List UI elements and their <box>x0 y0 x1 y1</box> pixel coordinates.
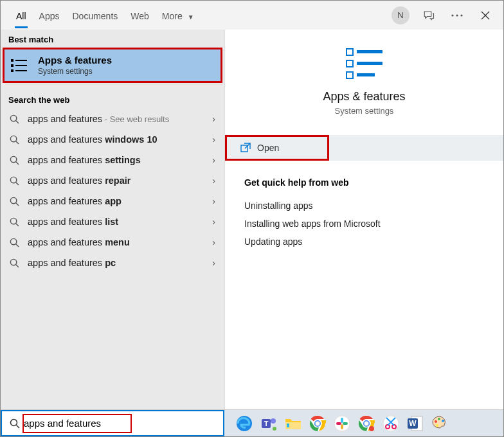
taskbar: T W <box>224 410 503 436</box>
svg-point-2 <box>460 14 462 16</box>
svg-point-21 <box>10 218 16 224</box>
tab-apps[interactable]: Apps <box>33 3 66 28</box>
svg-text:W: W <box>409 419 417 428</box>
svg-line-18 <box>16 182 19 184</box>
svg-point-54 <box>369 426 374 431</box>
svg-point-15 <box>10 156 16 162</box>
web-result-label: apps and features settings <box>28 155 204 165</box>
open-label: Open <box>257 143 279 153</box>
chevron-right-icon: › <box>212 196 215 206</box>
svg-point-11 <box>10 115 16 121</box>
web-result-item[interactable]: apps and features settings› <box>1 150 224 170</box>
svg-point-17 <box>10 177 16 183</box>
help-link[interactable]: Updating apps <box>244 233 484 251</box>
svg-point-65 <box>442 420 444 422</box>
chevron-right-icon: › <box>212 114 215 124</box>
svg-point-25 <box>10 259 16 265</box>
svg-rect-32 <box>357 73 375 76</box>
close-icon[interactable] <box>476 6 494 24</box>
search-window: All Apps Documents Web More ▼ N Best mat… <box>0 0 504 437</box>
search-icon <box>10 176 20 186</box>
tab-all[interactable]: All <box>10 3 33 28</box>
svg-rect-10 <box>15 70 27 71</box>
best-match-text: Apps & features System settings <box>38 55 112 76</box>
svg-rect-50 <box>336 422 341 425</box>
tab-more[interactable]: More ▼ <box>156 3 201 28</box>
web-result-item[interactable]: apps and features app› <box>1 191 224 211</box>
svg-rect-49 <box>341 424 343 429</box>
best-match-result[interactable]: Apps & features System settings <box>3 48 222 82</box>
taskbar-snip-icon[interactable] <box>381 414 401 433</box>
open-button[interactable]: Open <box>225 135 503 161</box>
search-icon <box>10 217 20 227</box>
bottom-bar: T W <box>1 409 503 436</box>
svg-text:T: T <box>264 420 269 427</box>
chevron-right-icon: › <box>212 134 215 145</box>
taskbar-explorer-icon[interactable] <box>284 414 303 433</box>
search-icon <box>10 135 20 145</box>
search-box[interactable] <box>1 410 224 436</box>
svg-point-45 <box>316 421 320 425</box>
list-settings-icon <box>11 57 29 75</box>
web-result-label: apps and features - See web results <box>28 114 204 124</box>
help-link[interactable]: Uninstalling apps <box>244 197 484 215</box>
web-result-item[interactable]: apps and features menu› <box>1 232 224 253</box>
svg-point-53 <box>364 421 369 425</box>
results-pane: Best match Apps & features System settin… <box>1 30 224 409</box>
taskbar-teams-icon[interactable]: T <box>259 414 278 433</box>
svg-rect-28 <box>346 60 353 67</box>
web-result-label: apps and features windows 10 <box>28 134 204 145</box>
search-input[interactable] <box>24 411 219 435</box>
chevron-right-icon: › <box>212 155 215 165</box>
taskbar-chrome-icon[interactable] <box>308 414 327 433</box>
tab-web[interactable]: Web <box>124 3 156 28</box>
search-icon <box>10 418 20 429</box>
tab-more-label: More <box>162 11 183 21</box>
svg-rect-7 <box>11 69 14 72</box>
svg-point-64 <box>438 418 440 420</box>
svg-point-55 <box>383 416 399 431</box>
taskbar-edge-icon[interactable] <box>235 414 254 433</box>
search-icon <box>10 258 20 268</box>
help-link[interactable]: Installing web apps from Microsoft <box>244 215 484 233</box>
search-icon <box>10 238 20 247</box>
taskbar-slack-icon[interactable] <box>332 414 352 433</box>
user-avatar[interactable]: N <box>392 6 410 24</box>
svg-rect-47 <box>341 418 343 423</box>
more-options-icon[interactable] <box>448 6 466 24</box>
svg-rect-42 <box>287 424 289 427</box>
taskbar-paint-icon[interactable] <box>430 414 449 433</box>
svg-point-0 <box>451 14 453 16</box>
taskbar-word-icon[interactable]: W <box>406 414 425 433</box>
help-header: Get quick help from web <box>244 177 484 188</box>
web-result-label: apps and features repair <box>28 175 204 186</box>
chevron-right-icon: › <box>212 175 215 186</box>
preview-list-icon <box>344 46 385 81</box>
best-match-header: Best match <box>1 30 224 48</box>
web-result-item[interactable]: apps and features pc› <box>1 253 224 273</box>
svg-rect-31 <box>357 62 382 65</box>
web-result-item[interactable]: apps and features windows 10› <box>1 129 224 150</box>
best-match-title: Apps & features <box>38 55 112 66</box>
web-results-list: apps and features - See web results›apps… <box>1 109 224 409</box>
top-right-controls: N <box>392 6 494 24</box>
filter-tabs: All Apps Documents Web More ▼ N <box>1 1 503 30</box>
svg-line-35 <box>17 425 20 428</box>
web-result-item[interactable]: apps and features repair› <box>1 170 224 191</box>
chevron-right-icon: › <box>212 258 215 268</box>
web-result-label: apps and features pc <box>28 258 204 268</box>
web-result-label: apps and features app <box>28 196 204 206</box>
content-area: Best match Apps & features System settin… <box>1 30 503 409</box>
svg-rect-8 <box>15 60 27 61</box>
web-result-item[interactable]: apps and features - See web results› <box>1 109 224 129</box>
feedback-icon[interactable] <box>420 6 438 24</box>
web-result-item[interactable]: apps and features list› <box>1 211 224 232</box>
svg-point-19 <box>10 197 16 203</box>
svg-point-66 <box>436 424 438 427</box>
svg-rect-29 <box>346 72 353 78</box>
taskbar-chrome2-icon[interactable] <box>357 414 376 433</box>
tab-documents[interactable]: Documents <box>66 3 124 28</box>
chevron-down-icon: ▼ <box>188 13 194 21</box>
search-icon <box>10 114 20 124</box>
svg-line-12 <box>16 120 19 123</box>
